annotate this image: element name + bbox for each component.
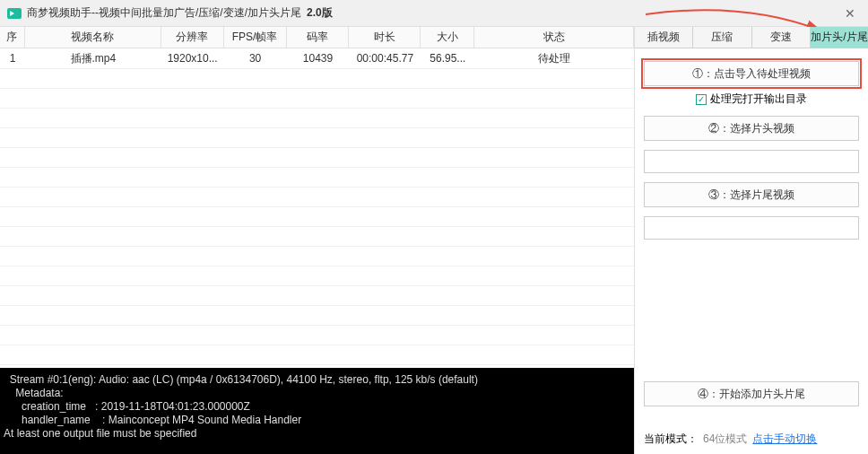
col-duration[interactable]: 时长 <box>349 27 421 48</box>
cell-duration: 00:00:45.77 <box>349 48 421 68</box>
cell-fps: 30 <box>224 48 287 68</box>
cell-index: 1 <box>0 48 25 68</box>
table-empty-area <box>0 68 634 368</box>
title-bar: 商梦视频助手--视频中间批量加广告/压缩/变速/加片头片尾 2.0版 ✕ <box>0 0 868 27</box>
tab-speed[interactable]: 变速 <box>752 27 811 48</box>
table-row[interactable]: 1 插播.mp4 1920x10... 30 10439 00:00:45.77… <box>0 48 634 68</box>
select-tail-button[interactable]: ③：选择片尾视频 <box>644 182 859 207</box>
col-name[interactable]: 视频名称 <box>25 27 161 48</box>
import-videos-button[interactable]: ①：点击导入待处理视频 <box>644 61 859 86</box>
tail-video-display <box>644 216 859 240</box>
table-header: 序 视频名称 分辨率 FPS/帧率 码率 时长 大小 状态 <box>0 27 634 48</box>
left-pane: 序 视频名称 分辨率 FPS/帧率 码率 时长 大小 状态 1 插播.mp4 1… <box>0 27 635 454</box>
mode-switch-link[interactable]: 点击手动切换 <box>752 432 817 447</box>
cell-resolution: 1920x10... <box>161 48 224 68</box>
tab-bar: 插视频 压缩 变速 加片头/片尾 <box>635 27 868 48</box>
select-head-button[interactable]: ②：选择片头视频 <box>644 116 859 141</box>
panel-head-tail: ①：点击导入待处理视频 ✓ 处理完打开输出目录 ②：选择片头视频 ③：选择片尾视… <box>635 48 868 424</box>
open-output-label: 处理完打开输出目录 <box>710 92 807 107</box>
tab-insert-video[interactable]: 插视频 <box>635 27 693 48</box>
mode-label: 当前模式： <box>644 432 698 447</box>
table-body: 1 插播.mp4 1920x10... 30 10439 00:00:45.77… <box>0 48 634 68</box>
window-title: 商梦视频助手--视频中间批量加广告/压缩/变速/加片头片尾 <box>27 5 301 21</box>
col-resolution[interactable]: 分辨率 <box>161 27 224 48</box>
checkbox-icon: ✓ <box>696 94 707 105</box>
open-output-checkbox-row[interactable]: ✓ 处理完打开输出目录 <box>644 92 859 107</box>
cell-bitrate: 10439 <box>287 48 350 68</box>
mode-row: 当前模式： 64位模式 点击手动切换 <box>635 424 868 454</box>
col-size[interactable]: 大小 <box>421 27 474 48</box>
start-add-button[interactable]: ④：开始添加片头片尾 <box>644 381 859 406</box>
right-pane: 插视频 压缩 变速 加片头/片尾 ①：点击导入待处理视频 ✓ 处理完打开输出目录… <box>635 27 868 454</box>
head-video-display <box>644 150 859 173</box>
col-bitrate[interactable]: 码率 <box>287 27 350 48</box>
cell-size: 56.95... <box>421 48 474 68</box>
col-index[interactable]: 序 <box>0 27 25 48</box>
col-fps[interactable]: FPS/帧率 <box>224 27 287 48</box>
window-version: 2.0版 <box>307 5 333 21</box>
app-icon <box>7 8 22 19</box>
mode-value: 64位模式 <box>703 432 747 447</box>
cell-status: 待处理 <box>474 48 634 68</box>
tab-compress[interactable]: 压缩 <box>693 27 751 48</box>
cell-name: 插播.mp4 <box>25 48 161 68</box>
close-button[interactable]: ✕ <box>839 3 861 24</box>
console-output[interactable]: Stream #0:1(eng): Audio: aac (LC) (mp4a … <box>0 368 634 454</box>
tab-head-tail[interactable]: 加片头/片尾 <box>811 27 868 48</box>
col-status[interactable]: 状态 <box>474 27 634 48</box>
